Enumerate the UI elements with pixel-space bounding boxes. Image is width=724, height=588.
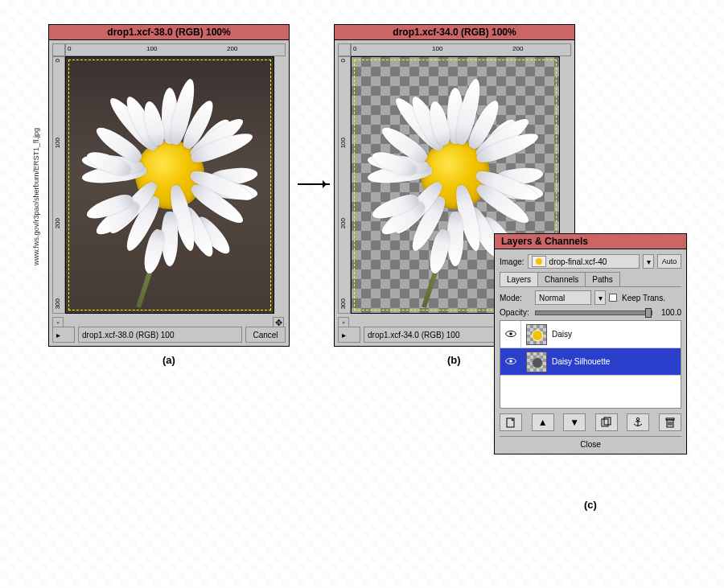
svg-rect-5: [602, 419, 608, 426]
duplicate-layer-button[interactable]: [595, 413, 618, 431]
layer-row-daisy[interactable]: Daisy: [500, 321, 681, 348]
layer-name[interactable]: Daisy Silhouette: [552, 357, 610, 366]
dropdown-handle-icon[interactable]: ▾: [643, 254, 654, 269]
ruler-tick: 0: [54, 59, 61, 62]
ruler-tick: 300: [339, 298, 347, 309]
ruler-tick: 0: [353, 45, 356, 52]
caption-b: (b): [447, 354, 461, 366]
opacity-slider[interactable]: [535, 310, 652, 315]
ruler-horizontal[interactable]: 0 100 200: [351, 43, 571, 56]
ruler-tick: 0: [68, 45, 71, 52]
ruler-vertical[interactable]: 0 100 200 300: [52, 56, 65, 314]
ruler-horizontal[interactable]: 0 100 200: [65, 43, 286, 56]
lower-layer-button[interactable]: ▼: [563, 413, 586, 431]
mode-value: Normal: [539, 294, 565, 302]
ruler-tick: 100: [54, 138, 61, 148]
ruler-tick: 0: [339, 59, 347, 62]
titlebar-b[interactable]: drop1.xcf-34.0 (RGB) 100%: [335, 25, 574, 40]
caption-c: (c): [584, 499, 597, 511]
eye-icon: [505, 357, 516, 367]
daisy-flower: [135, 140, 204, 209]
status-coord: ▸: [52, 327, 75, 343]
ruler-tick: 100: [146, 45, 157, 52]
keep-trans-checkbox[interactable]: [609, 294, 617, 302]
canvas-a[interactable]: [65, 56, 274, 314]
image-selector[interactable]: drop-final.xcf-40: [528, 254, 640, 269]
ruler-tick: 100: [339, 138, 347, 148]
opacity-label: Opacity:: [500, 308, 532, 317]
raise-layer-button[interactable]: ▲: [532, 413, 554, 431]
cancel-button[interactable]: Cancel: [245, 327, 286, 343]
layers-channels-window: Layers & Channels Image: drop-final.xcf-…: [494, 233, 687, 454]
new-layer-button[interactable]: [500, 413, 522, 431]
close-button[interactable]: Close: [500, 436, 681, 449]
ruler-tick: 200: [227, 45, 237, 52]
layer-thumbnail: [526, 324, 547, 345]
image-credit: www.fws.gov/r3pao/sherburn/ERST1_fl.jpg: [32, 88, 42, 265]
layer-name[interactable]: Daisy: [552, 330, 572, 339]
dropdown-handle-icon[interactable]: ▾: [594, 290, 606, 305]
arrow-icon: [298, 183, 330, 185]
status-main: drop1.xcf-38.0 (RGB) 100: [78, 327, 242, 343]
layer-thumbnail: [526, 352, 547, 372]
eye-icon: [505, 330, 516, 339]
slider-knob-icon[interactable]: [645, 308, 652, 318]
ruler-origin[interactable]: [338, 43, 351, 56]
status-coord: ▸: [338, 327, 360, 343]
tab-channels[interactable]: Channels: [537, 272, 586, 286]
titlebar-a[interactable]: drop1.xcf-38.0 (RGB) 100%: [49, 25, 289, 40]
auto-button[interactable]: Auto: [657, 254, 681, 269]
image-thumb-icon: [532, 256, 546, 267]
layer-row-silhouette[interactable]: Daisy Silhouette: [500, 348, 681, 376]
image-label: Image:: [500, 257, 524, 266]
svg-rect-6: [604, 417, 611, 425]
daisy-flower: [421, 140, 490, 209]
opacity-value: 100.0: [656, 308, 681, 317]
svg-point-1: [509, 332, 512, 335]
svg-point-3: [509, 360, 512, 363]
keep-trans-label: Keep Trans.: [622, 294, 665, 302]
caption-a: (a): [162, 354, 175, 366]
tab-layers[interactable]: Layers: [500, 272, 538, 286]
ruler-tick: 200: [512, 45, 523, 52]
image-name: drop-final.xcf-40: [549, 257, 607, 266]
visibility-toggle[interactable]: [500, 348, 521, 375]
anchor-layer-button[interactable]: [627, 413, 649, 431]
mode-selector[interactable]: Normal: [535, 290, 591, 305]
ruler-tick: 200: [339, 218, 347, 228]
ruler-vertical[interactable]: 0 100 200 300: [338, 56, 351, 314]
tab-row: Layers Channels Paths: [500, 272, 681, 287]
ruler-tick: 300: [54, 298, 61, 309]
ruler-tick: 100: [432, 45, 442, 52]
layer-list: Daisy Daisy Silhouette: [500, 320, 681, 409]
svg-rect-14: [666, 418, 674, 420]
mode-label: Mode:: [500, 294, 532, 302]
ruler-tick: 200: [54, 218, 61, 228]
titlebar-layers[interactable]: Layers & Channels: [495, 234, 686, 249]
delete-layer-button[interactable]: [659, 413, 681, 431]
ruler-origin[interactable]: [52, 43, 65, 56]
svg-point-7: [637, 417, 640, 420]
tab-paths[interactable]: Paths: [585, 272, 620, 286]
visibility-toggle[interactable]: [500, 321, 521, 347]
image-window-a: drop1.xcf-38.0 (RGB) 100% 0 100 200 0 10…: [48, 24, 290, 347]
layer-buttons: ▲ ▼: [500, 413, 681, 431]
